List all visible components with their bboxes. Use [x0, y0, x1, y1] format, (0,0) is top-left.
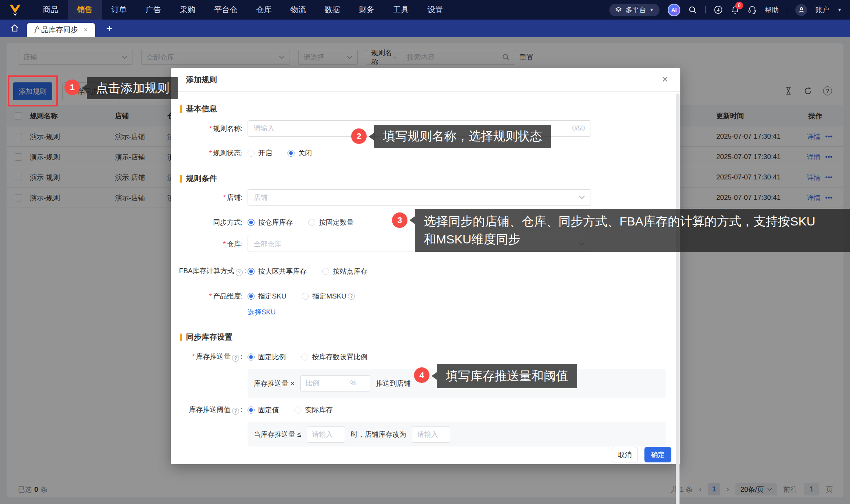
download-icon[interactable] — [714, 5, 723, 14]
shop-row: *店铺: 店铺 — [179, 189, 591, 206]
ratio-input-field[interactable] — [305, 379, 350, 387]
notification-badge: 8 — [735, 2, 743, 9]
section-rule-condition: 规则条件 — [180, 173, 217, 184]
radio-fba-site-stock[interactable]: 按站点库存 — [322, 267, 367, 276]
radio-status-off[interactable]: 关闭 — [288, 148, 312, 158]
brand-logo-icon — [8, 3, 22, 17]
char-counter: 0/50 — [572, 125, 585, 132]
modal-header: 添加规则 — [171, 68, 680, 92]
radio-selected-icon — [248, 293, 255, 300]
multi-platform-switcher[interactable]: 多平台 ▼ — [609, 4, 660, 16]
help-icon[interactable]: ? — [232, 408, 239, 415]
new-tab-button[interactable]: + — [106, 22, 113, 35]
push-suffix: 推送到店铺 — [376, 379, 411, 388]
radio-icon — [322, 268, 329, 275]
radio-sku[interactable]: 指定SKU — [248, 292, 286, 301]
tab-close-icon[interactable]: × — [84, 26, 88, 34]
radio-selected-icon — [288, 150, 294, 157]
ratio-input[interactable]: % — [300, 375, 370, 391]
divider — [787, 6, 787, 13]
chevron-down-icon[interactable]: ▼ — [837, 7, 842, 12]
confirm-button[interactable]: 确定 — [644, 447, 671, 462]
home-tab-button[interactable] — [7, 21, 22, 35]
radio-selected-icon — [248, 268, 255, 275]
fba-calc-label: FBA库存计算方式?: — [179, 266, 243, 276]
select-sku-link[interactable]: 选择SKU — [248, 307, 276, 317]
rule-name-label: *规则名称: — [179, 124, 243, 133]
radio-fixed-value[interactable]: 固定值 — [248, 405, 279, 415]
radio-by-fixed-qty[interactable]: 按固定数量 — [308, 218, 354, 227]
search-icon[interactable] — [688, 6, 697, 14]
shop-select[interactable]: 店铺 — [248, 189, 591, 206]
rule-status-label: *规则状态: — [179, 148, 243, 158]
radio-status-on[interactable]: 开启 — [248, 148, 272, 158]
chevron-down-icon — [579, 195, 585, 199]
notification-bell-icon[interactable]: 8 — [731, 6, 739, 14]
menu-item-platform-warehouse[interactable]: 平台仓 — [205, 0, 247, 20]
menu-item-finance[interactable]: 财务 — [350, 0, 384, 20]
push-threshold-label: 库存推送阈值?: — [179, 405, 243, 415]
radio-icon — [302, 293, 309, 300]
ai-assistant-button[interactable]: AI — [668, 4, 680, 16]
cancel-button[interactable]: 取消 — [612, 447, 638, 462]
warehouse-select-placeholder: 全部仓库 — [254, 239, 281, 249]
section-accent-bar — [180, 334, 182, 341]
required-mark: * — [192, 353, 195, 360]
modal-scrollbar[interactable] — [676, 93, 680, 504]
threshold-prefix: 当库存推送量 ≤ — [254, 427, 301, 443]
modal-close-icon[interactable]: × — [662, 74, 668, 84]
radio-msku[interactable]: 指定MSKU — [302, 292, 346, 301]
threshold-change-input[interactable] — [412, 427, 450, 443]
menu-item-sales[interactable]: 销售 — [68, 0, 102, 20]
threshold-input-field[interactable] — [312, 431, 340, 439]
required-mark: * — [209, 149, 212, 157]
threshold-change-input-field[interactable] — [417, 431, 445, 439]
fba-calc-row: FBA库存计算方式?: 按大区共享库存 按站点库存 — [179, 263, 383, 279]
sync-mode-row: 同步方式: 按仓库库存 按固定数量 — [179, 214, 369, 230]
tab-product-inventory-sync[interactable]: 产品库存同步 × — [27, 23, 95, 37]
radio-by-stock-ratio[interactable]: 按库存数设置比例 — [301, 352, 367, 362]
section-title: 规则条件 — [186, 173, 217, 184]
help-icon[interactable]: ? — [348, 293, 355, 300]
help-icon[interactable]: ? — [236, 269, 243, 276]
menu-item-purchase[interactable]: 采购 — [170, 0, 205, 20]
radio-actual-stock[interactable]: 实际库存 — [294, 405, 333, 415]
push-threshold-row: 库存推送阈值?: 固定值 实际库存 — [179, 402, 348, 418]
select-sku-row: 选择SKU — [179, 307, 276, 317]
menu-item-ads[interactable]: 广告 — [136, 0, 170, 20]
warehouse-label: *仓库: — [179, 239, 243, 249]
radio-icon — [301, 354, 308, 360]
required-mark: * — [209, 292, 212, 300]
help-icon[interactable]: ? — [232, 355, 239, 362]
step-circle-3: 3 — [392, 212, 407, 228]
section-accent-bar — [180, 175, 182, 183]
help-link[interactable]: 帮助 — [765, 5, 779, 15]
step-tooltip-4: 填写库存推送量和阈值 — [437, 364, 577, 388]
step-tooltip-2: 填写规则名称，选择规则状态 — [374, 125, 551, 148]
radio-by-warehouse-stock[interactable]: 按仓库库存 — [248, 218, 293, 227]
sync-mode-label: 同步方式: — [179, 218, 243, 227]
radio-icon — [308, 219, 315, 226]
threshold-input[interactable] — [307, 427, 345, 443]
headset-support-icon[interactable] — [748, 5, 757, 14]
menu-item-data[interactable]: 数据 — [315, 0, 350, 20]
radio-fba-region-shared[interactable]: 按大区共享库存 — [248, 267, 307, 276]
menu-item-orders[interactable]: 订单 — [102, 0, 136, 20]
menu-item-settings[interactable]: 设置 — [418, 0, 452, 20]
menu-item-logistics[interactable]: 物流 — [281, 0, 315, 20]
user-avatar[interactable] — [795, 4, 807, 16]
push-qty-row: *库存推送量?: 固定比例 按库存数设置比例 — [179, 349, 383, 365]
radio-icon — [248, 150, 255, 157]
step-circle-1: 1 — [64, 80, 80, 95]
menu-item-products[interactable]: 商品 — [33, 0, 68, 20]
radio-fixed-ratio[interactable]: 固定比例 — [248, 352, 286, 362]
step-tooltip-3: 选择同步的店铺、仓库、同步方式、FBA库存的计算的方式，支持按SKU 和MSKU… — [415, 209, 850, 252]
menu-item-warehouse[interactable]: 仓库 — [247, 0, 281, 20]
account-label[interactable]: 账户 — [815, 5, 829, 15]
step-tooltip-1: 点击添加规则 — [87, 77, 178, 99]
section-sync-stock-settings: 同步库存设置 — [180, 332, 232, 343]
top-nav: 商品 销售 订单 广告 采购 平台仓 仓库 物流 数据 财务 工具 设置 多平台… — [0, 0, 850, 20]
radio-selected-icon — [248, 407, 255, 413]
menu-item-tools[interactable]: 工具 — [384, 0, 418, 20]
threshold-panel: 当库存推送量 ≤ 时，店铺库存改为 — [248, 422, 666, 447]
